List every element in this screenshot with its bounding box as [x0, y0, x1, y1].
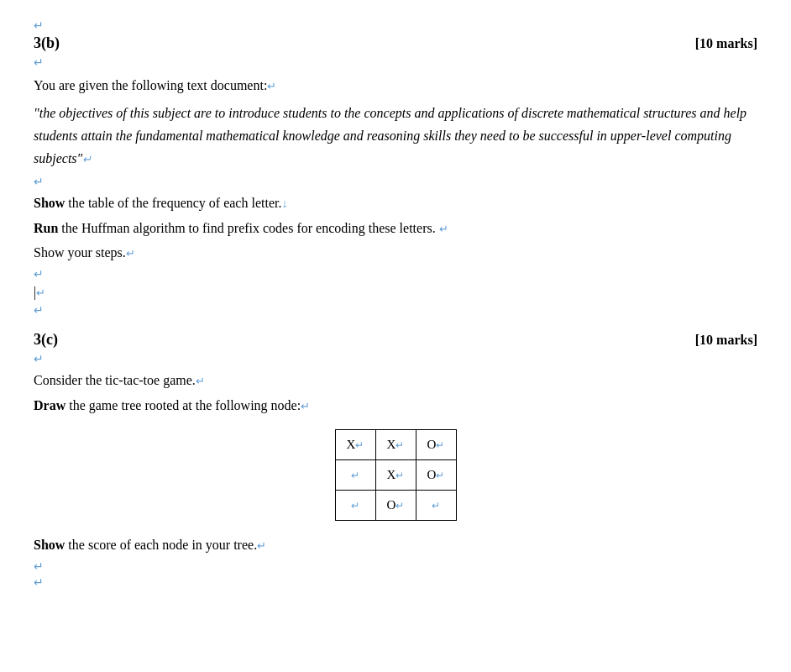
- run-rest: the Huffman algorithm to find prefix cod…: [58, 221, 435, 235]
- return-arrow-7: ↵: [34, 575, 757, 590]
- steps-text: Show your steps.: [34, 245, 126, 260]
- table-row: X↵ X↵ O↵: [335, 430, 456, 460]
- section-3c-number: 3(c): [34, 331, 58, 349]
- quote-text: "the objectives of this subject are to i…: [34, 102, 757, 171]
- cursor-arrow: ↵: [36, 286, 45, 299]
- cell-0-0: X↵: [335, 430, 375, 460]
- show-score-rest: the score of each node in your tree.: [65, 538, 257, 552]
- section-3b-header: 3(b) [10 marks]: [34, 34, 757, 52]
- run-arrow: ↵: [439, 223, 448, 235]
- return-arrow-2: ↵: [34, 175, 757, 189]
- intro-arrow: ↵: [267, 80, 276, 92]
- show-score-arrow: ↵: [257, 539, 266, 552]
- down-arrow: ↓: [281, 197, 287, 210]
- section-3b-marks: [10 marks]: [695, 36, 757, 51]
- cell-2-2: ↵: [416, 491, 456, 521]
- instruction-steps-line: Show your steps.↵: [34, 242, 757, 264]
- tic-tac-intro-text: Consider the tic-tac-toe game.: [34, 373, 196, 387]
- cell-0-1: X↵: [375, 430, 416, 460]
- steps-arrow: ↵: [126, 247, 135, 260]
- tic-tac-grid: X↵ X↵ O↵ ↵ X↵ O↵ ↵ O↵ ↵: [335, 429, 457, 521]
- cell-0-2: O↵: [416, 430, 456, 460]
- table-row: ↵ X↵ O↵: [335, 460, 456, 491]
- show-score-line: Show the score of each node in your tree…: [34, 534, 757, 556]
- cell-2-1: O↵: [375, 491, 416, 521]
- cell-1-0: ↵: [335, 460, 375, 491]
- tic-tac-intro: Consider the tic-tac-toe game.↵: [34, 370, 757, 391]
- section-3c-header: 3(c) [10 marks]: [34, 331, 757, 349]
- quote-content: "the objectives of this subject are to i…: [34, 106, 746, 165]
- table-row: ↵ O↵ ↵: [335, 491, 456, 521]
- cell-1-1: X↵: [375, 460, 416, 491]
- show-rest: the table of the frequency of each lette…: [65, 196, 281, 210]
- intro-text: You are given the following text documen…: [34, 75, 757, 97]
- return-arrow-1: ↵: [34, 55, 757, 70]
- tic-tac-grid-wrapper: X↵ X↵ O↵ ↵ X↵ O↵ ↵ O↵ ↵: [34, 423, 757, 528]
- cell-2-0: ↵: [335, 491, 375, 521]
- return-arrow-6: ↵: [34, 559, 757, 574]
- top-return-arrow: ↵: [34, 18, 757, 33]
- draw-arrow: ↵: [301, 400, 310, 412]
- instruction-run-line: Run the Huffman algorithm to find prefix…: [34, 218, 757, 239]
- section-3c-marks: [10 marks]: [695, 333, 757, 348]
- section-3b-number: 3(b): [34, 34, 60, 52]
- draw-bold: Draw: [34, 398, 65, 412]
- draw-instruction: Draw the game tree rooted at the followi…: [34, 395, 757, 417]
- cursor-line: |↵: [34, 285, 757, 300]
- run-bold: Run: [34, 221, 58, 235]
- ttt-intro-arrow: ↵: [196, 375, 205, 387]
- show-bold: Show: [34, 196, 65, 210]
- cell-1-2: O↵: [416, 460, 456, 491]
- return-arrow-4: ↵: [34, 303, 757, 318]
- return-arrow-3: ↵: [34, 267, 757, 281]
- return-arrow-5: ↵: [34, 352, 757, 366]
- show-score-bold: Show: [34, 538, 65, 552]
- intro-label: You are given the following text documen…: [34, 78, 267, 92]
- instruction-show-line: Show the table of the frequency of each …: [34, 192, 757, 214]
- quote-end-arrow: ↵: [82, 153, 92, 165]
- draw-rest: the game tree rooted at the following no…: [65, 398, 301, 412]
